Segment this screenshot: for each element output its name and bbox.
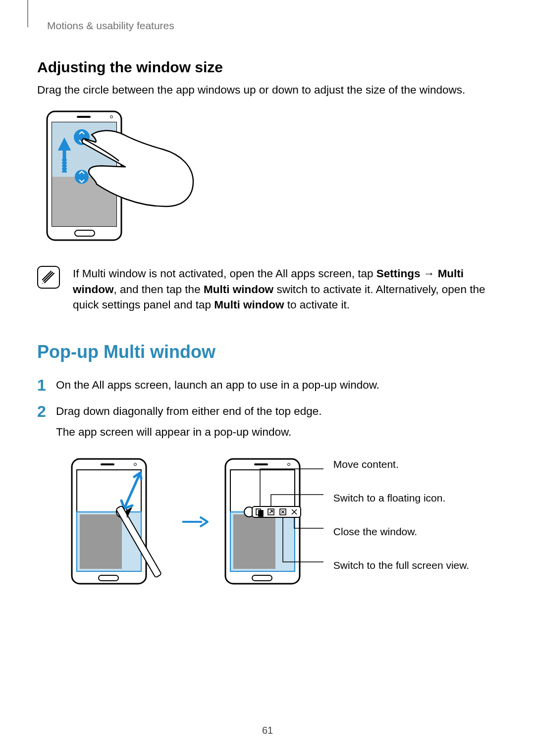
note-icon [37, 266, 60, 289]
running-header: Motions & usability features [47, 20, 498, 32]
callout-float: Switch to a floating icon. [333, 492, 469, 504]
section-title-adjust: Adjusting the window size [37, 59, 498, 76]
callout-close: Close the window. [333, 526, 469, 538]
illustration-adjust-size [37, 107, 498, 246]
step-2: 2 Drag down diagonally from either end o… [37, 403, 498, 441]
svg-rect-2 [77, 116, 91, 118]
svg-rect-20 [80, 514, 122, 569]
illustration-popup: Move content. Switch to a floating icon.… [37, 451, 498, 593]
svg-rect-26 [254, 463, 268, 465]
step-number: 1 [37, 377, 48, 394]
page-number: 61 [0, 725, 535, 736]
step-number: 2 [37, 403, 48, 441]
callout-move: Move content. [333, 458, 469, 470]
note-text: If Multi window is not activated, open t… [73, 266, 498, 313]
callout-fullscreen: Switch to the full screen view. [333, 559, 469, 571]
arrow-icon [180, 514, 210, 529]
svg-rect-16 [101, 463, 114, 465]
svg-rect-34 [259, 510, 263, 516]
step-1: 1 On the All apps screen, launch an app … [37, 377, 498, 394]
svg-rect-30 [233, 514, 275, 569]
section-title-popup: Pop-up Multi window [37, 342, 498, 362]
section-body-adjust: Drag the circle between the app windows … [37, 83, 498, 98]
